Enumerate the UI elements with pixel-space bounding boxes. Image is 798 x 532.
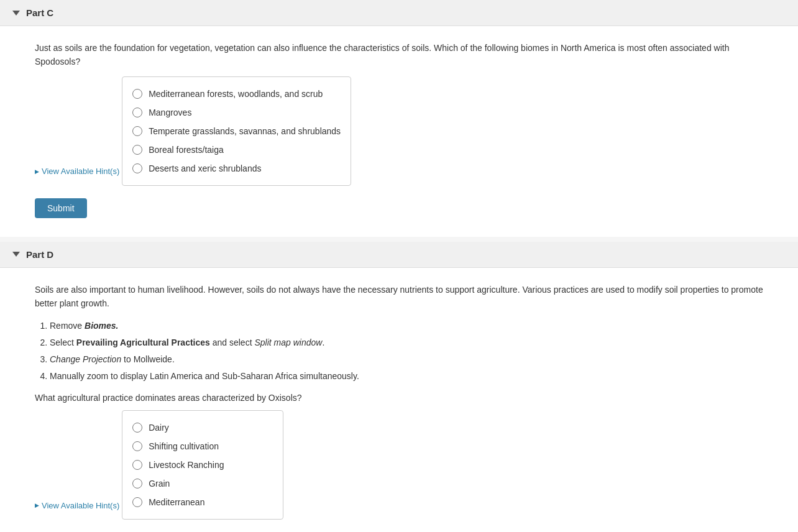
list-item: Remove Biomes. [50, 318, 763, 334]
part-d-steps-list: Remove Biomes. Select Prevailing Agricul… [50, 318, 763, 385]
part-c-option-label-0[interactable]: Mediterranean forests, woodlands, and sc… [149, 89, 323, 99]
part-c-hint-link[interactable]: View Available Hint(s) [35, 167, 119, 176]
part-d-intro: Soils are also important to human liveli… [35, 283, 763, 311]
part-c-option-4[interactable] [132, 163, 142, 173]
part-c-option-label-2[interactable]: Temperate grasslands, savannas, and shru… [149, 126, 341, 136]
part-c-option-0[interactable] [132, 89, 142, 99]
part-d-body: Soils are also important to human liveli… [0, 268, 798, 532]
part-c-options-box: Mediterranean forests, woodlands, and sc… [122, 76, 351, 186]
part-d-instructions: Soils are also important to human liveli… [35, 283, 763, 385]
part-d-header: Part D [0, 242, 798, 268]
part-d-option-label-3[interactable]: Grain [149, 479, 170, 488]
step2-italic: Split map window [254, 337, 322, 347]
part-d-sub-question: What agricultural practice dominates are… [35, 393, 763, 403]
part-c-header: Part C [0, 0, 798, 26]
step1-bold: Biomes. [85, 321, 118, 331]
part-c-option-label-4[interactable]: Deserts and xeric shrublands [149, 163, 261, 173]
list-item: Change Projection to Mollweide. [50, 352, 763, 367]
step3-italic: Change Projection [50, 354, 121, 364]
part-c-option-2[interactable] [132, 126, 142, 136]
part-c-option-1[interactable] [132, 108, 142, 117]
part-c-question: Just as soils are the foundation for veg… [35, 41, 763, 69]
part-d-option-0[interactable] [132, 423, 142, 433]
part-d-section: Part D Soils are also important to human… [0, 242, 798, 532]
list-item: Shifting cultivation [132, 437, 273, 456]
part-d-option-label-4[interactable]: Mediterranean [149, 497, 204, 507]
part-d-option-3[interactable] [132, 479, 142, 488]
step2-bold: Prevailing Agricultural Practices [76, 337, 210, 347]
part-c-section: Part C Just as soils are the foundation … [0, 0, 798, 237]
part-d-title: Part D [26, 249, 53, 260]
part-c-option-label-1[interactable]: Mangroves [149, 108, 191, 117]
part-c-option-3[interactable] [132, 145, 142, 155]
part-d-option-2[interactable] [132, 460, 142, 470]
list-item: Manually zoom to display Latin America a… [50, 369, 763, 384]
part-d-hint-link[interactable]: View Available Hint(s) [35, 501, 119, 510]
list-item: Mediterranean [132, 493, 273, 511]
part-d-option-label-2[interactable]: Livestock Ranching [149, 460, 224, 470]
part-d-option-1[interactable] [132, 441, 142, 451]
part-d-option-label-1[interactable]: Shifting cultivation [149, 441, 219, 451]
part-c-submit-button[interactable]: Submit [35, 198, 87, 218]
part-c-option-label-3[interactable]: Boreal forests/taiga [149, 145, 224, 155]
list-item: Mediterranean forests, woodlands, and sc… [132, 85, 341, 103]
part-d-option-4[interactable] [132, 497, 142, 507]
list-item: Boreal forests/taiga [132, 140, 341, 159]
part-c-body: Just as soils are the foundation for veg… [0, 26, 798, 237]
list-item: Temperate grasslands, savannas, and shru… [132, 122, 341, 140]
collapse-icon-d[interactable] [12, 252, 20, 257]
list-item: Grain [132, 474, 273, 493]
collapse-icon-c[interactable] [12, 11, 20, 16]
part-d-options-box: Dairy Shifting cultivation Livestock Ran… [122, 410, 283, 520]
list-item: Mangroves [132, 103, 341, 122]
list-item: Dairy [132, 418, 273, 437]
part-d-option-label-0[interactable]: Dairy [149, 423, 169, 433]
list-item: Deserts and xeric shrublands [132, 159, 341, 178]
part-c-title: Part C [26, 7, 53, 18]
list-item: Livestock Ranching [132, 456, 273, 474]
list-item: Select Prevailing Agricultural Practices… [50, 335, 763, 351]
